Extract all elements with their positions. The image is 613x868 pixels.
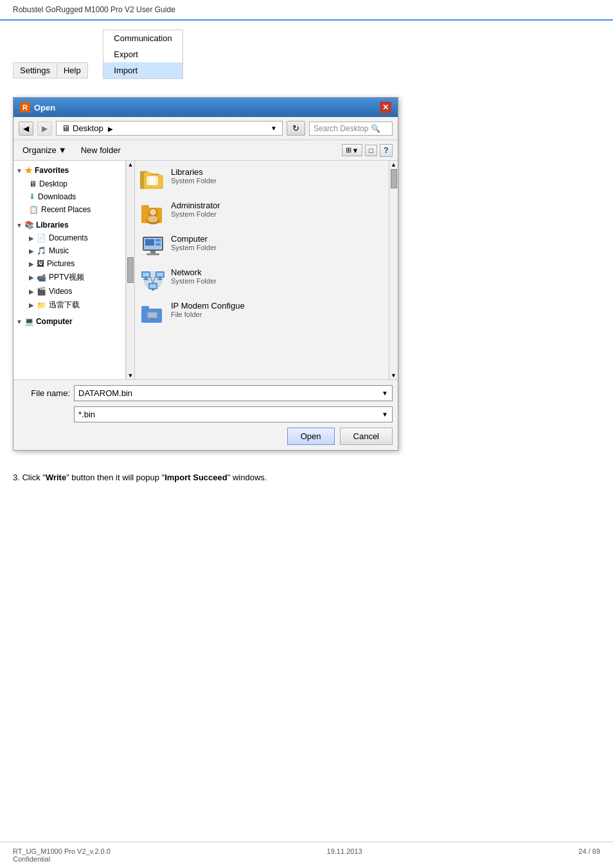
search-icon[interactable]: 🔍 bbox=[371, 124, 380, 133]
tree-item-xunlei[interactable]: ▶ 📁 迅雷下载 bbox=[24, 298, 125, 312]
recent-icon: 📋 bbox=[29, 205, 39, 214]
address-path[interactable]: 🖥Desktop ▶ ▼ bbox=[56, 121, 283, 136]
pptv-icon: 📹 bbox=[37, 273, 46, 282]
libraries-section[interactable]: ▼ 📚 Libraries bbox=[13, 219, 125, 231]
pictures-label: Pictures bbox=[47, 259, 75, 268]
filename-dropdown-icon[interactable]: ▼ bbox=[382, 390, 388, 397]
new-folder-button[interactable]: New folder bbox=[77, 143, 125, 157]
file-item-administrator[interactable]: Administrator System Folder bbox=[138, 197, 386, 230]
cancel-button[interactable]: Cancel bbox=[340, 428, 393, 445]
file-type-computer: System Folder bbox=[171, 244, 217, 251]
xunlei-icon: 📁 bbox=[37, 301, 46, 310]
pictures-icon: 🖼 bbox=[37, 259, 44, 268]
tree-item-desktop[interactable]: 🖥 Desktop bbox=[24, 177, 125, 190]
address-dropdown-arrow[interactable]: ▼ bbox=[271, 125, 277, 132]
file-type-ip-modem: File folder bbox=[171, 311, 245, 318]
files-scroll-up[interactable]: ▲ bbox=[391, 161, 396, 168]
tree-libraries-children: ▶ 📄 Documents ▶ 🎵 Music ▶ 🖼 Pictures ▶ 📹 bbox=[13, 231, 125, 312]
xunlei-expand-icon: ▶ bbox=[29, 302, 34, 309]
svg-rect-8 bbox=[141, 205, 149, 209]
menu-bar: Settings Help bbox=[13, 62, 88, 78]
file-info-ip-modem: IP Modem Configue File folder bbox=[171, 301, 245, 318]
tree-scroll-up[interactable]: ▲ bbox=[128, 161, 134, 168]
help-menu[interactable]: Help bbox=[57, 63, 87, 78]
tree-favorites-children: 🖥 Desktop ⬇ Downloads 📋 Recent Places bbox=[13, 177, 125, 216]
tree-item-recent-places[interactable]: 📋 Recent Places bbox=[24, 203, 125, 216]
open-button[interactable]: Open bbox=[287, 428, 335, 445]
computer-icon: 💻 bbox=[24, 317, 34, 326]
music-icon: 🎵 bbox=[37, 246, 46, 255]
file-item-computer[interactable]: Computer System Folder bbox=[138, 230, 386, 264]
desktop-icon: 🖥 bbox=[29, 179, 37, 188]
music-label: Music bbox=[49, 246, 69, 255]
file-info-libraries: Libraries System Folder bbox=[171, 167, 217, 185]
files-scrollbar[interactable]: ▲ ▼ bbox=[389, 161, 398, 379]
settings-menu[interactable]: Settings bbox=[13, 63, 57, 78]
filetype-dropdown-icon[interactable]: ▼ bbox=[382, 411, 388, 418]
libraries-label: Libraries bbox=[36, 221, 69, 230]
file-icon-ip-modem bbox=[140, 301, 166, 327]
step3-text2: " button then it will popup " bbox=[66, 473, 164, 482]
organize-label: Organize bbox=[22, 145, 57, 155]
svg-rect-18 bbox=[155, 239, 161, 242]
organize-button[interactable]: Organize ▼ bbox=[19, 143, 71, 157]
downloads-icon: ⬇ bbox=[29, 192, 35, 201]
forward-button[interactable]: ▶ bbox=[37, 122, 52, 136]
help-button[interactable]: ? bbox=[380, 144, 393, 157]
dialog-close-button[interactable]: ✕ bbox=[380, 102, 391, 113]
file-name-administrator: Administrator bbox=[171, 201, 220, 210]
search-box: Search Desktop 🔍 bbox=[309, 122, 393, 136]
svg-rect-15 bbox=[150, 251, 155, 253]
svg-rect-19 bbox=[155, 243, 161, 246]
toolbar-right: ⊞ ▼ □ ? bbox=[342, 144, 393, 157]
favorites-star-icon: ★ bbox=[24, 165, 33, 176]
dialog-content: ▼ ★ Favorites 🖥 Desktop ⬇ Downloads 📋 Re… bbox=[13, 161, 398, 379]
svg-point-11 bbox=[150, 209, 156, 215]
export-item[interactable]: Export bbox=[103, 46, 182, 62]
footer-date: 19.11.2013 bbox=[327, 847, 362, 863]
favorites-section[interactable]: ▼ ★ Favorites bbox=[13, 163, 125, 177]
tree-item-downloads[interactable]: ⬇ Downloads bbox=[24, 190, 125, 203]
computer-expand-icon: ▼ bbox=[16, 318, 22, 325]
tree-scroll-down[interactable]: ▼ bbox=[128, 372, 134, 379]
tree-scrollbar[interactable]: ▲ ▼ bbox=[126, 161, 135, 379]
window-button[interactable]: □ bbox=[365, 145, 377, 156]
filetype-select[interactable]: *.bin ▼ bbox=[74, 406, 393, 422]
svg-rect-23 bbox=[145, 278, 147, 279]
tree-scroll-thumb[interactable] bbox=[127, 257, 134, 283]
file-name-ip-modem: IP Modem Configue bbox=[171, 301, 245, 311]
tree-item-documents[interactable]: ▶ 📄 Documents bbox=[24, 231, 125, 244]
file-item-network[interactable]: Network System Folder bbox=[138, 264, 386, 297]
svg-rect-26 bbox=[157, 273, 163, 276]
doc-header: Robustel GoRugged M1000 Pro V2 User Guid… bbox=[0, 0, 613, 21]
file-item-libraries[interactable]: Libraries System Folder bbox=[138, 163, 386, 197]
filename-row: File name: DATAROM.bin ▼ bbox=[19, 385, 393, 401]
svg-rect-30 bbox=[150, 284, 156, 288]
svg-rect-3 bbox=[144, 172, 152, 176]
computer-section[interactable]: ▼ 💻 Computer bbox=[13, 315, 125, 328]
import-item[interactable]: Import bbox=[103, 62, 182, 78]
files-scroll-thumb[interactable] bbox=[391, 169, 397, 188]
recent-label: Recent Places bbox=[41, 205, 91, 214]
view-button[interactable]: ⊞ ▼ bbox=[342, 144, 362, 156]
tree-item-music[interactable]: ▶ 🎵 Music bbox=[24, 244, 125, 257]
refresh-button[interactable]: ↻ bbox=[287, 121, 305, 136]
file-item-ip-modem[interactable]: IP Modem Configue File folder bbox=[138, 297, 386, 330]
search-placeholder: Search Desktop bbox=[314, 124, 368, 133]
svg-rect-16 bbox=[147, 253, 159, 255]
footer-doc-id: RT_UG_M1000 Pro V2_v.2.0.0 bbox=[13, 847, 111, 855]
footer-page: 24 / 69 bbox=[578, 847, 600, 863]
dialog-title-left: R Open bbox=[20, 102, 55, 113]
svg-rect-28 bbox=[157, 279, 163, 280]
step3-bold2: Import Succeed bbox=[164, 473, 227, 482]
communication-item[interactable]: Communication bbox=[103, 30, 182, 46]
desktop-label: Desktop bbox=[39, 179, 67, 188]
file-icon-computer bbox=[140, 234, 166, 260]
pptv-expand-icon: ▶ bbox=[29, 274, 34, 281]
back-button[interactable]: ◀ bbox=[19, 122, 33, 136]
tree-item-pictures[interactable]: ▶ 🖼 Pictures bbox=[24, 257, 125, 270]
files-scroll-down[interactable]: ▼ bbox=[391, 372, 396, 379]
tree-item-videos[interactable]: ▶ 🎬 Videos bbox=[24, 285, 125, 298]
filename-input[interactable]: DATAROM.bin ▼ bbox=[74, 385, 393, 401]
tree-item-pptv[interactable]: ▶ 📹 PPTV视频 bbox=[24, 270, 125, 285]
